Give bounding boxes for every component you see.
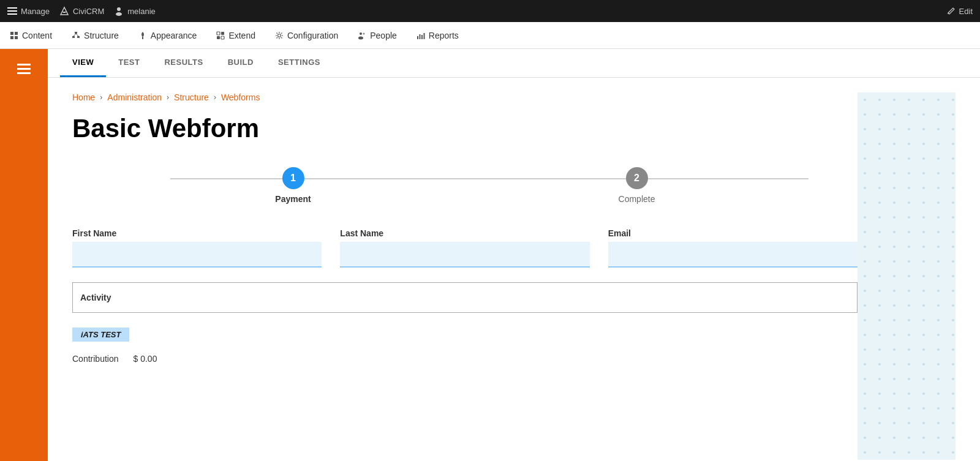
email-field: Email [608, 228, 858, 268]
email-input[interactable] [608, 242, 858, 268]
nav-extend[interactable]: Extend [206, 22, 265, 49]
structure-icon [72, 31, 80, 40]
first-name-field: First Name [72, 228, 322, 268]
tab-build[interactable]: BUILD [216, 49, 266, 77]
first-name-label: First Name [72, 228, 322, 238]
user-icon [114, 6, 124, 16]
nav-reports[interactable]: Reports [407, 22, 469, 49]
nav-extend-label: Extend [228, 31, 255, 40]
edit-label: Edit [959, 7, 973, 16]
tab-test[interactable]: TEST [106, 49, 152, 77]
svg-rect-10 [72, 36, 75, 38]
svg-line-13 [76, 34, 78, 36]
svg-rect-18 [221, 36, 224, 39]
breadcrumb-home[interactable]: Home [72, 92, 95, 102]
sidebar-menu-button[interactable] [12, 59, 36, 79]
last-name-label: Last Name [340, 228, 589, 238]
first-name-input[interactable] [72, 242, 322, 268]
content-icon [10, 31, 18, 40]
nav-configuration-label: Configuration [287, 31, 338, 40]
svg-rect-5 [10, 32, 13, 35]
svg-marker-1 [62, 12, 66, 13]
svg-rect-6 [15, 32, 18, 35]
step-payment: 1 Payment [121, 167, 465, 204]
contribution-row: Contribution $ 0.00 [72, 354, 858, 364]
configuration-icon [275, 31, 284, 40]
svg-rect-26 [423, 33, 424, 39]
last-name-input[interactable] [340, 242, 589, 268]
civicrm-label: CiviCRM [73, 7, 104, 16]
step-1-circle: 1 [282, 167, 304, 189]
nav-people-label: People [370, 31, 397, 40]
breadcrumb-sep-3: › [214, 93, 216, 102]
svg-point-19 [277, 34, 281, 37]
email-label: Email [608, 228, 858, 238]
svg-line-12 [74, 34, 76, 36]
svg-rect-8 [15, 36, 18, 39]
svg-rect-11 [77, 36, 80, 38]
manage-menu-item[interactable]: Manage [7, 7, 50, 16]
reports-icon [417, 31, 425, 40]
step-2-circle: 2 [626, 167, 648, 189]
svg-rect-25 [421, 35, 423, 39]
last-name-field: Last Name [340, 228, 589, 268]
step-1-label: Payment [275, 194, 311, 204]
hamburger-icon [7, 7, 17, 15]
right-pattern-decoration [858, 92, 956, 460]
dots-pattern [858, 92, 956, 460]
tab-view[interactable]: VIEW [60, 49, 106, 77]
page-layout: VIEW TEST RESULTS BUILD SETTINGS Home › … [0, 49, 980, 461]
svg-point-22 [363, 32, 365, 34]
content-area: Home › Administration › Structure › Webf… [48, 78, 980, 461]
extend-icon [216, 31, 225, 40]
nav-bar: Content Structure Appearance Extend [0, 22, 980, 49]
edit-button[interactable]: Edit [947, 7, 973, 16]
people-icon [358, 31, 366, 40]
step-2-label: Complete [619, 194, 655, 204]
pencil-icon [947, 7, 956, 15]
breadcrumb-sep-1: › [100, 93, 102, 102]
nav-appearance[interactable]: Appearance [129, 22, 207, 49]
svg-rect-16 [221, 32, 224, 35]
breadcrumb-admin[interactable]: Administration [107, 92, 162, 102]
tabs: VIEW TEST RESULTS BUILD SETTINGS [48, 49, 980, 78]
svg-point-2 [117, 7, 121, 11]
svg-rect-24 [419, 34, 420, 39]
svg-point-20 [360, 32, 362, 35]
iats-label: iATS TEST [72, 328, 129, 342]
admin-bar: Manage CiviCRM melanie Edit [0, 0, 980, 22]
breadcrumb-structure[interactable]: Structure [174, 92, 209, 102]
breadcrumb-webforms[interactable]: Webforms [221, 92, 260, 102]
activity-input[interactable] [72, 282, 858, 313]
svg-point-21 [358, 36, 363, 39]
tab-settings[interactable]: SETTINGS [266, 49, 333, 77]
nav-appearance-label: Appearance [151, 31, 197, 40]
svg-rect-23 [417, 36, 418, 39]
user-menu-item[interactable]: melanie [114, 6, 156, 16]
civicrm-icon [59, 6, 69, 16]
nav-people[interactable]: People [348, 22, 407, 49]
svg-point-3 [116, 12, 122, 16]
svg-rect-15 [217, 32, 220, 35]
nav-reports-label: Reports [429, 31, 459, 40]
nav-content[interactable]: Content [0, 22, 62, 49]
svg-rect-17 [217, 36, 220, 39]
manage-label: Manage [21, 7, 50, 16]
nav-content-label: Content [22, 31, 52, 40]
step-complete: 2 Complete [465, 167, 809, 204]
civicrm-menu-item[interactable]: CiviCRM [59, 6, 104, 16]
appearance-icon [138, 31, 147, 40]
form-name-row: First Name Last Name Email [72, 228, 858, 268]
breadcrumb: Home › Administration › Structure › Webf… [72, 92, 858, 102]
tab-results[interactable]: RESULTS [152, 49, 215, 77]
contribution-label: Contribution [72, 354, 119, 364]
nav-structure[interactable]: Structure [62, 22, 129, 49]
svg-rect-7 [10, 36, 13, 39]
contribution-value: $ 0.00 [134, 354, 157, 364]
svg-marker-0 [61, 7, 68, 15]
page-title: Basic Webform [72, 114, 858, 143]
nav-structure-label: Structure [84, 31, 119, 40]
main-content: VIEW TEST RESULTS BUILD SETTINGS Home › … [48, 49, 980, 461]
svg-rect-14 [142, 37, 143, 39]
nav-configuration[interactable]: Configuration [265, 22, 348, 49]
